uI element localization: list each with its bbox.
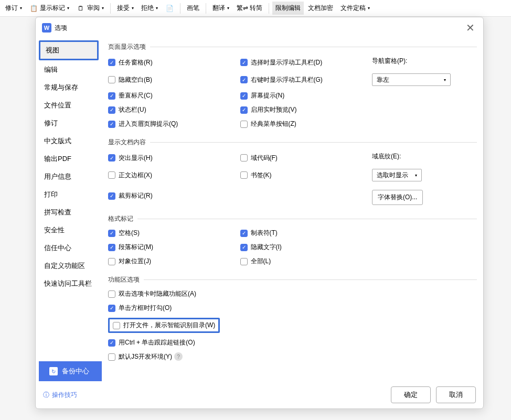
ribbon-restrict-edit[interactable]: 限制编辑 (272, 2, 304, 15)
sidebar-item-file-location[interactable]: 文件位置 (39, 97, 99, 114)
ribbon-doc-encrypt[interactable]: 文档加密 (305, 2, 336, 15)
review-icon: 🗒 (77, 4, 85, 13)
checkbox-field-code[interactable]: 域代码(F) (240, 154, 278, 163)
section-doc-content: 显示文档内容 突出显示(H) 域代码(F) 域底纹(E): 正文边框(X) (108, 138, 477, 205)
checkbox-select-float-toolbar[interactable]: 选择时显示浮动工具栏(D) (240, 58, 323, 67)
checkbox-body-border[interactable]: 正文边框(X) (108, 171, 152, 180)
font-replace-button[interactable]: 字体替换(O)... (372, 190, 423, 205)
checkbox-object-position[interactable]: 对象位置(J) (108, 257, 151, 266)
section-header: 功能区选项 (108, 275, 477, 284)
help-icon[interactable]: ? (174, 352, 183, 361)
checkbox-realtime-preview[interactable]: 启用实时预览(V) (240, 105, 297, 114)
sidebar-item-print[interactable]: 打印 (39, 186, 99, 203)
checkbox-default-js-dev[interactable]: 默认JS开发环境(Y) (108, 352, 172, 361)
checkbox-hide-blank[interactable]: 隐藏空白(B) (108, 76, 152, 84)
sidebar: 视图 编辑 常规与保存 文件位置 修订 中文版式 输出PDF 用户信息 打印 拼… (36, 38, 102, 361)
backup-center-button[interactable]: ↻ 备份中心 (39, 361, 102, 381)
ribbon-accept[interactable]: 接受▾ (114, 2, 137, 15)
section-header: 页面显示选项 (108, 42, 477, 51)
sidebar-item-trust[interactable]: 信任中心 (39, 240, 99, 256)
close-icon[interactable]: ✕ (464, 21, 477, 34)
field-shading-label: 域底纹(E): (372, 152, 477, 161)
backup-icon: ↻ (49, 367, 58, 375)
sidebar-item-edit[interactable]: 编辑 (39, 61, 99, 78)
sidebar-item-cn-layout[interactable]: 中文版式 (39, 133, 99, 149)
sidebar-item-output-pdf[interactable]: 输出PDF (39, 150, 99, 167)
checkbox-status-bar[interactable]: 状态栏(U) (108, 105, 146, 114)
checkbox-crop-marks[interactable]: 裁剪标记(R) (108, 191, 153, 200)
ribbon-doc-finalize[interactable]: 文件定稿▾ (337, 2, 373, 15)
app-icon: W (42, 23, 51, 33)
checkbox-dblclick-hide[interactable]: 双击选项卡时隐藏功能区(A) (108, 289, 196, 298)
checkbox-space[interactable]: 空格(S) (108, 229, 140, 238)
checkbox-ctrl-click-hyperlink[interactable]: 用Ctrl + 单击跟踪超链接(O) (108, 338, 195, 347)
sidebar-item-general[interactable]: 常规与保存 (39, 79, 99, 96)
section-page-display: 页面显示选项 任务窗格(R) 选择时显示浮动工具栏(D) 导航窗格(P): 隐 (108, 42, 477, 128)
ok-button[interactable]: 确定 (391, 386, 431, 403)
ribbon-convert[interactable]: 繁⇌ 转简 (233, 2, 265, 15)
ribbon-toolbar: 修订▾ 📋 显示标记▾ 🗒 审阅▾ 接受▾ 拒绝▾ 📄 画笔 翻译▾ 繁⇌ 转简… (0, 0, 511, 17)
options-dialog: W 选项 ✕ 视图 编辑 常规与保存 文件位置 修订 中文版式 输出PDF 用户… (35, 17, 484, 409)
separator (180, 3, 180, 14)
nav-pane-dropdown[interactable]: 靠左▾ (372, 73, 451, 86)
checkbox-classic-menu[interactable]: 经典菜单按钮(Z) (240, 120, 296, 128)
sidebar-item-security[interactable]: 安全性 (39, 222, 99, 239)
sidebar-item-user-info[interactable]: 用户信息 (39, 168, 99, 185)
checkbox-hidden-text[interactable]: 隐藏文字(I) (240, 243, 282, 252)
checkbox-all[interactable]: 全部(L) (240, 257, 271, 266)
info-icon: ⓘ (43, 391, 49, 400)
highlighted-option: 打开文件，展示智能识别目录(W) (108, 318, 220, 333)
dialog-titlebar: W 选项 ✕ (36, 17, 483, 38)
ribbon-review[interactable]: 🗒 审阅▾ (73, 2, 107, 15)
cancel-button[interactable]: 取消 (436, 386, 476, 403)
sidebar-item-revision[interactable]: 修订 (39, 115, 99, 132)
dialog-title-text: 选项 (55, 24, 67, 33)
checkbox-screen-tip[interactable]: 屏幕提示(N) (240, 91, 285, 100)
page-icon: 📄 (165, 4, 174, 13)
checkbox-highlight[interactable]: 突出显示(H) (108, 154, 153, 163)
section-header: 显示文档内容 (108, 138, 477, 147)
checkbox-paragraph-mark[interactable]: 段落标记(M) (108, 243, 153, 252)
content-panel: 页面显示选项 任务窗格(R) 选择时显示浮动工具栏(D) 导航窗格(P): 隐 (102, 38, 483, 361)
ribbon-reject[interactable]: 拒绝▾ (138, 2, 161, 15)
ribbon-translate[interactable]: 翻译▾ (209, 2, 232, 15)
tip-link[interactable]: ⓘ 操作技巧 (43, 391, 77, 400)
sidebar-item-view[interactable]: 视图 (39, 40, 99, 60)
ribbon-brush[interactable]: 画笔 (184, 2, 203, 15)
checkbox-task-pane[interactable]: 任务窗格(R) (108, 58, 153, 67)
ribbon-show-marks[interactable]: 📋 显示标记▾ (26, 2, 72, 15)
section-format-marks: 格式标记 空格(S) 制表符(T) 段落标记(M) 隐藏 (108, 214, 477, 266)
checkbox-click-box-check[interactable]: 单击方框时打勾(O) (108, 304, 172, 313)
checkbox-tab[interactable]: 制表符(T) (240, 229, 278, 238)
sidebar-item-custom-ribbon[interactable]: 自定义功能区 (39, 257, 99, 274)
section-ribbon-options: 功能区选项 双击选项卡时隐藏功能区(A) 单击方框时打勾(O) 打开文件，展示智… (108, 275, 477, 361)
marks-icon: 📋 (29, 4, 38, 13)
checkbox-bookmark[interactable]: 书签(K) (240, 171, 272, 180)
checkbox-open-file-smart-toc[interactable]: 打开文件，展示智能识别目录(W) (113, 321, 215, 330)
separator (206, 3, 206, 14)
nav-pane-label: 导航窗格(P): (372, 57, 477, 66)
field-shading-dropdown[interactable]: 选取时显示▾ (372, 169, 422, 181)
checkbox-vertical-ruler[interactable]: 垂直标尺(C) (108, 91, 153, 100)
checkbox-header-footer-tip[interactable]: 进入页眉页脚提示(Q) (108, 120, 178, 128)
ribbon-next-icon[interactable]: 📄 (162, 2, 177, 15)
sidebar-item-quick-access[interactable]: 快速访问工具栏 (39, 275, 99, 292)
sidebar-item-spellcheck[interactable]: 拼写检查 (39, 204, 99, 221)
section-header: 格式标记 (108, 214, 477, 223)
separator (110, 3, 111, 14)
ribbon-revision[interactable]: 修订▾ (2, 2, 25, 15)
checkbox-rightclick-float-toolbar[interactable]: 右键时显示浮动工具栏(G) (240, 76, 323, 84)
separator (269, 3, 269, 14)
